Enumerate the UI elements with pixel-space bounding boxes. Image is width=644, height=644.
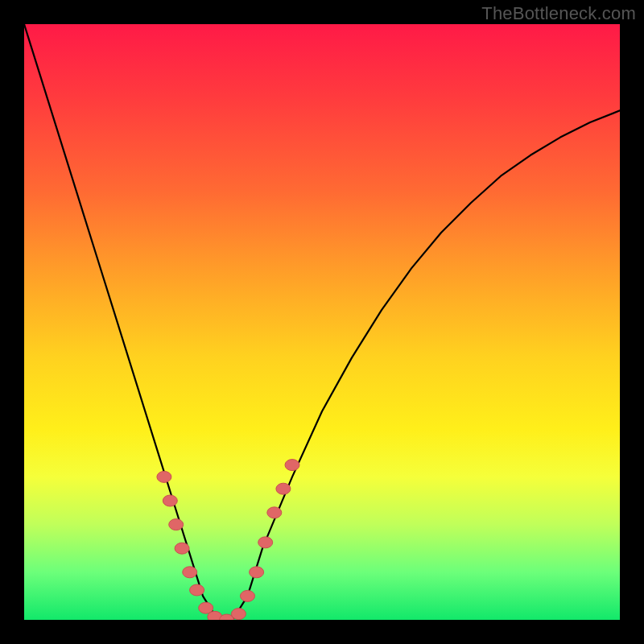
curve-marker [285,460,299,471]
curve-marker [241,590,255,601]
watermark-text: TheBottleneck.com [481,3,636,24]
bottleneck-curve [24,24,620,620]
curve-markers [157,460,299,620]
curve-marker [175,543,189,554]
curve-marker [157,471,171,482]
curve-svg [24,24,620,620]
chart-frame: TheBottleneck.com [0,0,644,644]
plot-area [24,24,620,620]
curve-marker [163,495,177,506]
curve-marker [267,507,282,518]
curve-marker [190,584,204,596]
curve-marker [250,567,264,578]
curve-marker [169,519,184,530]
curve-marker [231,609,246,620]
curve-marker [276,483,291,494]
curve-marker [258,537,273,548]
curve-marker [183,567,197,578]
